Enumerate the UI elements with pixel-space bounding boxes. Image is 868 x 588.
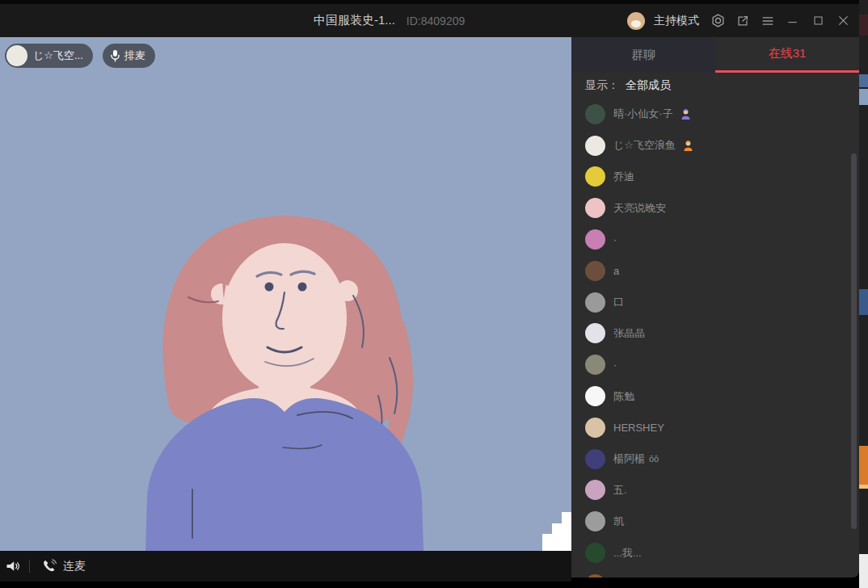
member-name: 晴·小仙女·子 (613, 107, 673, 121)
close-button[interactable] (835, 13, 851, 29)
stair-artifact (542, 534, 552, 551)
streamer-badge[interactable]: じ☆飞空... (5, 44, 93, 68)
minimize-button[interactable] (785, 13, 801, 29)
member-name: 口 (613, 295, 624, 309)
member-list-item[interactable]: 凯 (571, 506, 859, 537)
member-filter-row: 显示： 全部成员 (585, 73, 671, 99)
member-list-item[interactable]: 陈勉 (571, 380, 859, 412)
member-name: 天亮说晚安 (613, 201, 666, 216)
member-list-item[interactable]: a (571, 255, 859, 287)
member-avatar (585, 136, 605, 156)
title-group: 中国服装史-1... ID:8409209 (314, 4, 465, 37)
member-name: · (613, 359, 617, 371)
presenter-illustration (0, 37, 571, 551)
window-title: 中国服装史-1... (314, 13, 395, 28)
member-list-item[interactable]: · (571, 349, 859, 380)
member-list-item[interactable]: 野丫头!! (571, 569, 859, 578)
member-list-item[interactable]: 楊阿楊 ōō (571, 443, 859, 475)
member-name: じ☆飞空浪鱼 (613, 138, 676, 153)
control-bar: 连麦 (0, 551, 571, 582)
stair-artifact (552, 523, 562, 551)
screen: 中国服装史-1... ID:8409209 主持模式 (0, 0, 868, 588)
member-avatar (585, 418, 605, 438)
tab-online-members[interactable]: 在线31 (715, 37, 859, 73)
member-name: · (613, 233, 617, 246)
titlebar: 中国服装史-1... ID:8409209 主持模式 (0, 0, 859, 37)
member-avatar (585, 449, 605, 469)
member-name: 凯 (613, 514, 624, 529)
member-name: ...我... (613, 546, 642, 561)
desktop-artifact (859, 289, 868, 315)
member-list-item[interactable]: HERSHEY (571, 412, 859, 443)
divider (29, 560, 30, 573)
member-role-badge-icon (682, 140, 694, 152)
member-avatar (585, 104, 605, 124)
desktop-artifact (859, 446, 868, 485)
streamer-name: じ☆飞空... (33, 48, 83, 63)
member-avatar (585, 323, 605, 343)
member-list-item[interactable]: 口 (571, 287, 859, 318)
side-panel: 群聊 在线31 显示： 全部成员 晴·小仙女·子 じ☆飞空浪鱼 (571, 37, 859, 578)
settings-icon[interactable] (710, 13, 726, 29)
desktop-artifact (859, 554, 868, 588)
member-name: a (613, 265, 619, 277)
member-avatar (585, 355, 605, 375)
menu-icon[interactable] (760, 13, 776, 29)
member-avatar (585, 198, 605, 218)
member-avatar (585, 166, 605, 187)
desktop-artifact (859, 15, 868, 36)
host-mode-label: 主持模式 (654, 14, 699, 28)
member-avatar (585, 229, 605, 250)
tab-group-chat[interactable]: 群聊 (571, 37, 715, 73)
member-list-item[interactable]: 晴·小仙女·子 (571, 99, 859, 130)
popout-icon[interactable] (735, 13, 751, 29)
window-bottom-strip (0, 582, 571, 588)
desktop-artifact (859, 89, 868, 105)
member-avatar (585, 386, 605, 406)
member-list-item[interactable]: · (571, 224, 859, 255)
live-class-window: 中国服装史-1... ID:8409209 主持模式 (0, 0, 859, 588)
member-avatar (585, 480, 605, 500)
member-list-item[interactable]: じ☆飞空浪鱼 (571, 130, 859, 162)
speaker-icon[interactable] (5, 558, 21, 574)
member-name: 野丫头!! (613, 577, 651, 578)
maximize-button[interactable] (810, 13, 826, 29)
queue-mic-label: 排麦 (124, 48, 145, 63)
member-list-item[interactable]: ...我... (571, 537, 859, 569)
member-name: 陈勉 (613, 389, 634, 404)
member-avatar (585, 574, 605, 578)
member-list-item[interactable]: 张晶晶 (571, 318, 859, 350)
member-role-badge-icon (680, 108, 692, 120)
desktop-artifact (859, 485, 868, 489)
member-avatar (585, 511, 605, 531)
member-list-item[interactable]: 五. (571, 475, 859, 506)
room-id: ID:8409209 (407, 15, 465, 27)
member-name: HERSHEY (613, 422, 664, 434)
user-avatar[interactable] (627, 12, 645, 30)
member-list-item[interactable]: 乔迪 (571, 162, 859, 193)
member-name: 五. (613, 483, 627, 498)
stair-artifact (562, 512, 571, 551)
member-name: 乔迪 (613, 170, 634, 184)
member-filter-value[interactable]: 全部成员 (626, 78, 671, 93)
member-avatar (585, 292, 605, 313)
member-avatar (585, 543, 605, 563)
scrollbar-thumb[interactable] (851, 153, 857, 529)
microphone-icon (110, 49, 120, 62)
member-name: 楊阿楊 (613, 452, 645, 466)
queue-mic-button[interactable]: 排麦 (103, 44, 155, 68)
desktop-background (859, 0, 868, 588)
member-avatar (585, 261, 605, 281)
member-name-suffix: ōō (649, 454, 659, 464)
streamer-avatar (6, 45, 27, 66)
member-list-item[interactable]: 天亮说晚安 (571, 192, 859, 224)
desktop-under-panel (571, 576, 859, 588)
show-label: 显示： (585, 78, 619, 93)
desktop-artifact (859, 74, 868, 87)
panel-tabs: 群聊 在线31 (571, 37, 859, 73)
connect-call-icon[interactable] (41, 558, 57, 574)
video-stage[interactable]: じ☆飞空... 排麦 (0, 37, 571, 551)
connect-mic-label: 连麦 (63, 559, 86, 573)
member-name: 张晶晶 (613, 326, 645, 341)
member-list[interactable]: 晴·小仙女·子 じ☆飞空浪鱼 乔迪 天亮说晚安 · (571, 99, 859, 578)
